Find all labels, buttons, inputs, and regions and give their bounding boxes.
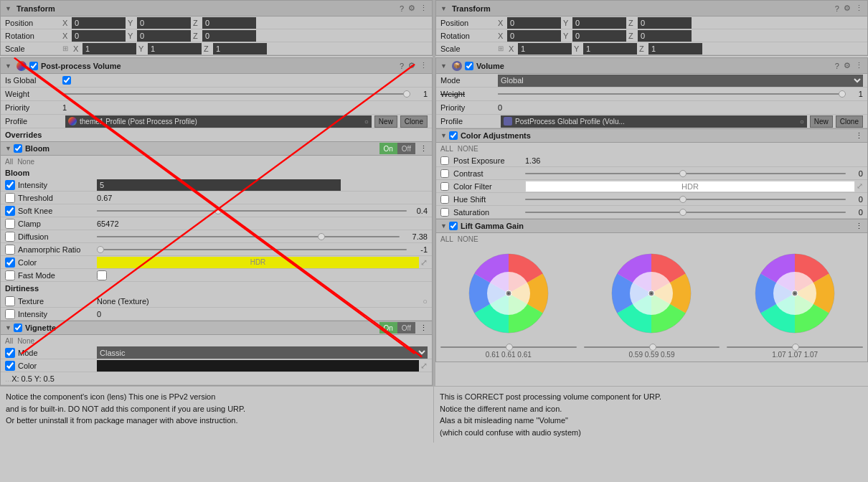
bloom-menu-icon[interactable]: ⋮ — [420, 144, 428, 153]
pp-weight-thumb[interactable] — [403, 90, 410, 98]
right-rot-z-input[interactable] — [638, 30, 692, 42]
is-global-checkbox[interactable] — [62, 76, 71, 85]
bloom-enable-checkbox[interactable] — [14, 144, 22, 153]
vignette-none-btn[interactable]: None — [17, 337, 34, 345]
pp-profile-field[interactable]: theme1 Profile (Post Process Profile) ○ — [65, 115, 372, 128]
vignette-all-btn[interactable]: All — [5, 337, 13, 345]
color-filter-checkbox[interactable] — [440, 182, 449, 191]
pp-weight-slider[interactable]: 1 — [62, 90, 428, 98]
postprocess-help-icon[interactable]: ? — [400, 62, 404, 70]
right-pos-z-input[interactable] — [638, 17, 692, 29]
lgg-none-btn[interactable]: NONE — [458, 235, 478, 243]
gamma-thumb[interactable] — [649, 344, 656, 351]
urp-mode-select[interactable]: Global — [498, 75, 863, 87]
vignette-off-button[interactable]: Off — [397, 322, 415, 334]
urp-weight-slider[interactable]: 1 — [498, 90, 863, 98]
contrast-checkbox[interactable] — [440, 169, 449, 178]
soft-knee-slider[interactable]: 0.4 — [97, 207, 428, 215]
vignette-mode-select[interactable]: Classic — [97, 346, 428, 359]
bloom-all-btn[interactable]: All — [5, 158, 13, 166]
left-pos-x-input[interactable] — [72, 17, 126, 29]
right-scale-z-input[interactable] — [648, 43, 702, 55]
lift-thumb[interactable] — [506, 344, 513, 351]
urp-volume-enable-checkbox[interactable] — [465, 62, 473, 70]
urp-clone-button[interactable]: Clone — [836, 115, 863, 128]
lgg-menu-icon[interactable]: ⋮ — [855, 222, 863, 231]
left-transform-menu-icon[interactable]: ⋮ — [420, 4, 428, 13]
post-exposure-checkbox[interactable] — [440, 156, 449, 165]
urp-profile-link-icon[interactable]: ○ — [800, 118, 804, 126]
left-scale-lock-icon[interactable]: ⊞ — [62, 44, 68, 52]
color-filter-expand-icon[interactable]: ⤢ — [857, 181, 863, 191]
vignette-menu-icon[interactable]: ⋮ — [420, 323, 428, 333]
color-adj-all-btn[interactable]: ALL — [440, 145, 453, 153]
vignette-on-button[interactable]: On — [379, 322, 397, 334]
bloom-color-bar[interactable]: HDR — [97, 257, 419, 268]
hue-shift-thumb[interactable] — [679, 196, 687, 203]
urp-volume-settings-icon[interactable]: ⚙ — [844, 61, 851, 70]
contrast-slider[interactable]: 0 — [525, 169, 863, 178]
left-scale-x-input[interactable] — [82, 43, 136, 55]
postprocess-settings-icon[interactable]: ⚙ — [408, 61, 415, 70]
left-rot-x-input[interactable] — [72, 30, 126, 42]
clamp-checkbox[interactable] — [5, 219, 15, 229]
bloom-none-btn[interactable]: None — [17, 158, 34, 166]
fast-mode-checkbox[interactable] — [5, 270, 15, 280]
vignette-enable-checkbox[interactable] — [14, 323, 22, 332]
postprocess-enable-checkbox[interactable] — [29, 62, 38, 70]
vignette-fold[interactable]: ▼ — [5, 324, 11, 331]
intensity-checkbox[interactable] — [5, 180, 15, 190]
vignette-mode-checkbox[interactable] — [5, 348, 15, 358]
anamorphic-slider[interactable]: -1 — [97, 245, 428, 254]
color-adj-none-btn[interactable]: NONE — [458, 145, 478, 153]
right-transform-menu-icon[interactable]: ⋮ — [855, 4, 863, 13]
urp-volume-fold[interactable]: ▼ — [440, 62, 447, 70]
color-adj-menu-icon[interactable]: ⋮ — [855, 131, 863, 141]
left-pos-y-input[interactable] — [137, 17, 191, 29]
contrast-thumb[interactable] — [679, 170, 687, 177]
saturation-slider[interactable]: 0 — [525, 208, 863, 217]
left-transform-fold[interactable]: ▼ — [5, 5, 11, 12]
lgg-all-btn[interactable]: ALL — [440, 235, 453, 243]
gamma-color-wheel[interactable] — [608, 250, 694, 336]
urp-volume-menu-icon[interactable]: ⋮ — [855, 61, 863, 70]
color-adj-enable-checkbox[interactable] — [449, 131, 458, 140]
bloom-off-button[interactable]: Off — [397, 143, 415, 154]
gain-color-wheel[interactable] — [752, 250, 838, 336]
right-transform-settings-icon[interactable]: ⚙ — [844, 4, 851, 13]
texture-checkbox[interactable] — [5, 296, 15, 306]
right-pos-y-input[interactable] — [572, 17, 626, 29]
anamorphic-thumb[interactable] — [97, 246, 104, 253]
vignette-color-expand-icon[interactable]: ⤢ — [420, 361, 428, 371]
lgg-enable-checkbox[interactable] — [449, 222, 458, 230]
lgg-fold[interactable]: ▼ — [440, 222, 447, 230]
urp-new-button[interactable]: New — [810, 115, 833, 128]
diffusion-checkbox[interactable] — [5, 232, 15, 242]
pp-clone-button[interactable]: Clone — [400, 115, 428, 128]
left-scale-y-input[interactable] — [148, 43, 202, 55]
right-rot-x-input[interactable] — [507, 30, 561, 42]
intensity-input[interactable] — [97, 179, 341, 191]
bloom-fold[interactable]: ▼ — [5, 145, 11, 152]
color-filter-hdr-field[interactable]: HDR — [525, 181, 855, 192]
pp-profile-link-icon[interactable]: ○ — [364, 118, 369, 126]
left-transform-settings-icon[interactable]: ⚙ — [408, 4, 415, 13]
left-transform-help-icon[interactable]: ? — [400, 4, 404, 13]
right-scale-y-input[interactable] — [583, 43, 637, 55]
bloom-color-expand-icon[interactable]: ⤢ — [420, 257, 428, 268]
left-rot-y-input[interactable] — [137, 30, 191, 42]
vignette-color-bar[interactable] — [97, 360, 419, 372]
postprocess-fold[interactable]: ▼ — [5, 62, 11, 70]
left-pos-z-input[interactable] — [202, 17, 256, 29]
pp-new-button[interactable]: New — [374, 115, 397, 128]
right-scale-x-input[interactable] — [518, 43, 572, 55]
diffusion-thumb[interactable] — [318, 233, 325, 240]
vignette-color-checkbox[interactable] — [5, 361, 15, 371]
right-transform-fold[interactable]: ▼ — [440, 5, 447, 12]
right-transform-help-icon[interactable]: ? — [835, 4, 839, 13]
saturation-checkbox[interactable] — [440, 208, 449, 217]
right-pos-x-input[interactable] — [507, 17, 561, 29]
bloom-on-button[interactable]: On — [379, 143, 397, 154]
saturation-thumb[interactable] — [679, 209, 687, 216]
hue-shift-checkbox[interactable] — [440, 195, 449, 204]
